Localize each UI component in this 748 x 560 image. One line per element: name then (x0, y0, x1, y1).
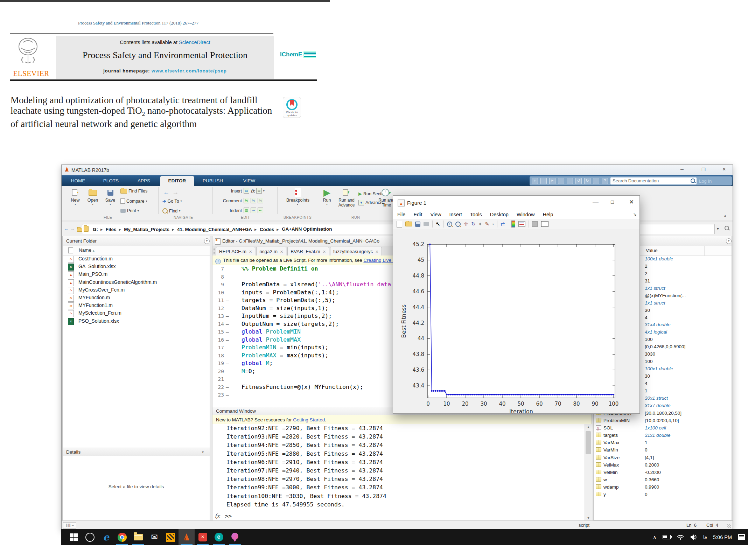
show-plot-tools-icon[interactable] (541, 221, 548, 227)
volume-icon[interactable] (690, 534, 697, 540)
print-button[interactable]: Print▾ (120, 208, 139, 213)
brush-dropdown-icon[interactable]: ▾ (492, 223, 494, 226)
workspace-variable-row[interactable]: VarMin0 (594, 446, 732, 454)
chat-app-button[interactable]: ✕ (195, 529, 211, 545)
sciencedirect-link[interactable]: ScienceDirect (179, 40, 210, 45)
file-list-item[interactable]: GA_Solution.xlsx (63, 263, 210, 271)
close-tab-icon[interactable]: ✕ (373, 250, 378, 254)
language-indicator[interactable]: فا (703, 534, 707, 540)
workspace-variable-row[interactable]: ProblemMIN[10,0.0200,4,10] (594, 417, 732, 424)
check-for-updates-badge[interactable]: Check forupdates (283, 97, 301, 118)
link-plot-icon[interactable]: ⇄ (501, 220, 505, 227)
new-button[interactable]: ✚New▾ (67, 187, 84, 206)
workspace-variable-row[interactable]: y0 (594, 491, 732, 498)
workspace-variable-row[interactable]: w0.3660 (594, 476, 732, 483)
editor-file-tab[interactable]: BVAR_Eval.m✕ (287, 247, 329, 256)
data-cursor-icon[interactable]: ⌖ (479, 220, 482, 227)
forward-icon[interactable]: → (70, 225, 75, 231)
insert-colorbar-icon[interactable] (511, 220, 515, 227)
menu-item[interactable]: File (397, 212, 405, 217)
wifi-icon[interactable] (677, 534, 684, 540)
minimize-button[interactable]: – (680, 166, 684, 173)
toolstrip-tab[interactable]: HOME (62, 176, 94, 186)
command-prompt[interactable]: fx▾>> (215, 513, 232, 519)
search-folder-icon[interactable] (725, 226, 729, 230)
compare-button[interactable]: Compare▾ (120, 198, 147, 204)
workspace-variable-row[interactable]: VarMax1 (594, 439, 732, 446)
edge-button[interactable]: e (98, 529, 114, 545)
photos-button[interactable] (162, 529, 179, 545)
insert-legend-icon[interactable] (518, 221, 525, 227)
breakpoints-button[interactable]: Breakpoints▾ (286, 187, 309, 206)
file-explorer-button[interactable] (130, 529, 146, 545)
brush-icon[interactable]: ✎ (485, 220, 489, 227)
eset-button[interactable]: e (211, 529, 227, 545)
breadcrumb-item[interactable]: Codes (258, 226, 280, 232)
restore-button[interactable]: ❒ (701, 167, 706, 172)
back-icon[interactable]: ← (163, 189, 169, 196)
minimize-button[interactable]: — (593, 198, 599, 205)
start-button[interactable] (66, 529, 82, 545)
close-tab-icon[interactable]: ✕ (320, 250, 326, 254)
maximize-button[interactable]: □ (611, 199, 614, 205)
redo-icon[interactable]: ↻ (584, 178, 590, 184)
toolstrip-tab[interactable]: VIEW (232, 176, 267, 186)
workspace-variable-row[interactable]: VelMin-0.2000 (594, 469, 732, 476)
forward-icon[interactable]: → (172, 189, 179, 196)
file-list-item[interactable]: Main_PSO.m (63, 271, 210, 278)
breadcrumb-item[interactable]: My_Matlab_Projects (123, 226, 176, 232)
log-in-button[interactable]: Log In (699, 178, 712, 184)
menu-item[interactable]: Edit (413, 212, 422, 217)
run-and-advance-button[interactable]: ▼Run andAdvance (337, 187, 356, 208)
copy-icon[interactable] (558, 178, 564, 184)
rotate-3d-icon[interactable]: ↻ (471, 220, 476, 227)
toolstrip-tab[interactable]: PLOTS (95, 176, 127, 186)
homepage-link[interactable]: www.elsevier.com/locate/psep (152, 68, 227, 74)
panel-menu-icon[interactable]: ▼ (726, 238, 732, 244)
menu-item[interactable]: Insert (449, 212, 462, 217)
search-documentation-input[interactable]: Search Documentation (610, 177, 697, 184)
value-column-header[interactable]: Value (642, 246, 704, 255)
cut-icon[interactable]: ✂ (549, 178, 555, 184)
file-list-item[interactable]: MYFunction1.m (63, 302, 210, 309)
battery-icon[interactable] (663, 535, 671, 539)
workspace-variable-row[interactable]: VarSize[4,1] (594, 454, 732, 461)
close-tab-icon[interactable]: ✕ (278, 250, 283, 254)
workspace-variable-row[interactable]: VelMax0.2000 (594, 461, 732, 469)
open-button[interactable]: Open▾ (84, 187, 102, 206)
undo-icon[interactable]: ↺ (575, 178, 582, 184)
paste-icon[interactable] (567, 178, 573, 184)
matlab-title-bar[interactable]: MATLAB R2017b – ❒ × (62, 165, 733, 175)
menu-item[interactable]: Tools (470, 212, 482, 217)
up-folder-icon[interactable] (77, 227, 82, 233)
insert-buttons[interactable]: ▤fx▤▾ (244, 188, 265, 194)
file-list-item[interactable]: MySelection_Fcn.m (63, 309, 210, 317)
workspace-variable-row[interactable]: SOL1x100 cell (594, 424, 732, 432)
new-figure-icon[interactable] (397, 221, 402, 227)
breadcrumb-item[interactable]: GA+ANN Optimisation (280, 226, 334, 232)
editor-file-tab[interactable]: REPLACE.m✕ (216, 247, 255, 256)
pan-icon[interactable]: ✚ (464, 220, 468, 227)
dock-widget[interactable]: ∥∥∥ – (63, 522, 76, 529)
find-files-button[interactable]: Find Files (120, 189, 147, 194)
menu-item[interactable]: Desktop (490, 212, 509, 217)
editor-file-tab[interactable]: nsga2.m✕ (256, 247, 286, 256)
print-icon[interactable] (424, 222, 429, 226)
mail-button[interactable]: ✉ (146, 529, 162, 545)
console-scrollbar[interactable]: ▲ ▼ (585, 424, 592, 521)
panel-menu-icon[interactable]: ▼ (204, 238, 210, 244)
file-list-item[interactable]: PSO_Solution.xlsx (63, 317, 210, 325)
cortana-button[interactable] (82, 529, 98, 545)
workspace-variable-row[interactable]: targets31x1 double (594, 432, 732, 439)
run-button[interactable]: ▶Run▾ (319, 187, 335, 206)
workspace-variable-row[interactable]: wdamp0.9900 (594, 483, 732, 491)
path-dropdown-icon[interactable]: ▼ (716, 227, 720, 231)
menu-item[interactable]: View (430, 212, 441, 217)
menu-item[interactable]: Help (543, 212, 553, 217)
new-script-icon[interactable]: + (532, 178, 538, 184)
empty-column-header[interactable] (704, 246, 732, 255)
toolstrip-tab[interactable]: PUBLISH (195, 176, 231, 186)
file-list-item[interactable]: MainCountinousGeneticAlgorithm.m (63, 279, 210, 286)
cursor-icon[interactable]: ↖ (436, 220, 440, 227)
zoom-out-icon[interactable]: − (455, 222, 461, 227)
